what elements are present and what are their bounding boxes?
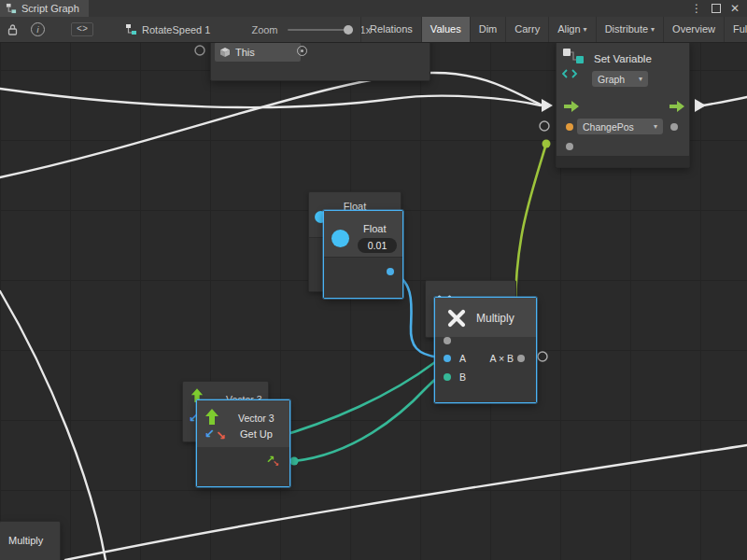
overview-button[interactable]: Overview — [663, 17, 724, 42]
arrow-down-right-icon: ↘ — [216, 429, 226, 441]
node-title: Vector 3 — [238, 413, 275, 424]
full-screen-button[interactable]: Full Screen — [724, 17, 747, 42]
graph-toolbar: i <> RotateSpeed 1 Zoom 1x Relations Val… — [0, 17, 747, 43]
chevron-down-icon: ▾ — [654, 122, 657, 131]
value-input-port[interactable] — [566, 143, 573, 150]
script-graph-window: This Set Variable Graph ▾ ChangePos ▾ — [0, 0, 747, 560]
node-set-variable[interactable]: Set Variable Graph ▾ ChangePos ▾ — [556, 41, 690, 168]
close-icon[interactable]: ✕ — [730, 0, 740, 17]
node-vector3-get-up[interactable]: Vector 3 ↙ ↘ Get Up ↗ ↘ — [196, 399, 290, 487]
self-output-port[interactable] — [297, 46, 307, 56]
zoom-label: Zoom — [251, 24, 277, 35]
flow-in-arrow-icon[interactable] — [564, 101, 579, 112]
distribute-button[interactable]: Distribute▾ — [596, 17, 663, 42]
tab-script-graph[interactable]: Script Graph — [0, 0, 89, 17]
input-b-port[interactable] — [444, 373, 451, 381]
float-value-input[interactable]: 0.01 — [358, 238, 397, 253]
variable-name-port[interactable] — [566, 123, 573, 131]
node-multiply-corner[interactable]: Multiply — [0, 521, 61, 560]
set-variable-icon — [562, 48, 586, 81]
node-title: Float — [363, 223, 386, 234]
float-output-port[interactable] — [387, 268, 394, 275]
carry-button[interactable]: Carry — [505, 17, 548, 42]
node-footer — [557, 156, 689, 167]
input-port[interactable] — [444, 337, 451, 344]
button-label: Align — [557, 17, 580, 42]
button-label: Full Screen — [733, 17, 747, 42]
this-chip[interactable]: This — [215, 42, 301, 62]
lock-icon[interactable] — [7, 23, 18, 35]
values-button[interactable]: Values — [421, 17, 470, 42]
node-multiply[interactable]: Multiply A A × B B — [434, 297, 537, 403]
scope-label: Graph — [598, 74, 625, 85]
cube-icon — [219, 47, 231, 58]
vector3-type-icon: ↘ — [273, 460, 279, 468]
input-b-label: B — [459, 371, 466, 383]
button-label: Carry — [514, 17, 540, 42]
code-icon[interactable]: <> — [71, 22, 93, 36]
variable-name-dropdown[interactable]: ChangePos ▾ — [577, 119, 663, 134]
node-title: Multiply — [8, 535, 43, 546]
chevron-down-icon: ▾ — [639, 75, 642, 83]
input-a-port[interactable] — [444, 355, 451, 362]
chevron-down-icon: ▾ — [651, 17, 655, 42]
variable-scope-dropdown[interactable]: Graph ▾ — [592, 71, 648, 87]
input-a-label: A — [459, 353, 466, 364]
button-label: Relations — [370, 17, 413, 42]
zoom-slider[interactable] — [288, 29, 353, 31]
button-label: Values — [430, 17, 461, 42]
node-body — [435, 337, 536, 402]
operation-label: Get Up — [240, 428, 273, 440]
output-port[interactable] — [670, 123, 678, 131]
button-label: Distribute — [605, 17, 648, 42]
node-title: Set Variable — [594, 53, 652, 64]
tab-title: Script Graph — [21, 3, 79, 14]
flow-out-arrow-icon[interactable] — [669, 101, 684, 112]
node-body — [324, 258, 402, 298]
align-button[interactable]: Align▾ — [548, 17, 595, 42]
window-controls: ⋮ ✕ — [691, 0, 747, 17]
result-output-port[interactable] — [517, 355, 525, 362]
button-label: Overview — [672, 17, 715, 42]
arrow-down-left-icon: ↙ — [204, 427, 215, 440]
info-icon[interactable]: i — [31, 22, 45, 36]
node-title: Multiply — [476, 312, 514, 325]
dim-button[interactable]: Dim — [470, 17, 506, 42]
relations-button[interactable]: Relations — [360, 17, 421, 42]
output-label: A × B — [490, 353, 514, 364]
float-type-icon — [331, 230, 349, 247]
variable-name-label: ChangePos — [583, 121, 634, 133]
info-glyph: i — [37, 25, 39, 35]
menu-icon[interactable]: ⋮ — [691, 0, 702, 17]
maximize-icon[interactable] — [712, 4, 721, 13]
graph-breadcrumb-icon — [125, 23, 137, 35]
chevron-down-icon: ▾ — [584, 17, 587, 42]
breadcrumb-graph-name[interactable]: RotateSpeed 1 — [142, 24, 210, 35]
arrow-up-icon — [204, 409, 219, 426]
script-graph-icon — [6, 3, 17, 14]
toolbar-buttons: Relations Values Dim Carry Align▾ Distri… — [360, 17, 747, 42]
zoom-slider-knob[interactable] — [344, 25, 353, 35]
node-float[interactable]: Float 0.01 — [323, 210, 403, 299]
multiply-icon — [446, 308, 467, 329]
button-label: Dim — [479, 17, 498, 42]
this-label: This — [235, 47, 255, 58]
title-bar: Script Graph ⋮ ✕ — [0, 0, 747, 18]
